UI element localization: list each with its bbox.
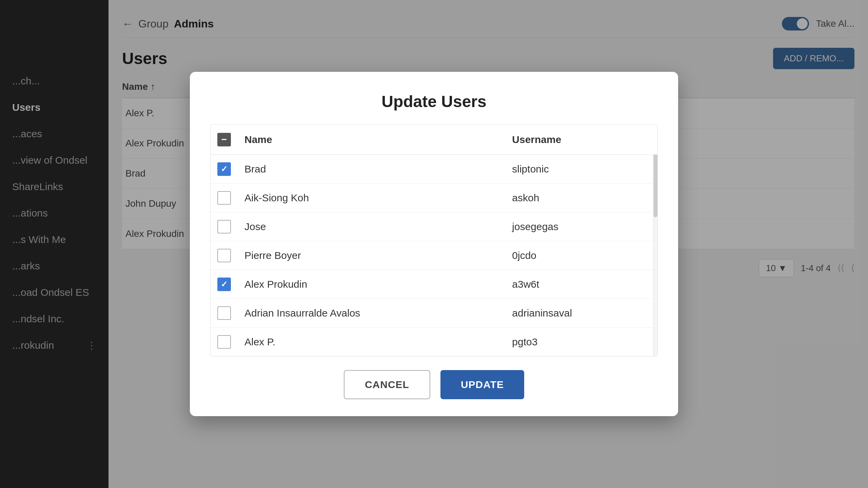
- username-cell: adrianinsaval: [505, 299, 657, 328]
- modal-footer: CANCEL UPDATE: [190, 370, 678, 399]
- user-checkbox[interactable]: [217, 191, 231, 205]
- checkbox-cell[interactable]: [211, 241, 238, 270]
- username-column-header: Username: [505, 125, 657, 155]
- user-checkbox[interactable]: ✓: [217, 162, 231, 176]
- checkbox-cell[interactable]: [211, 299, 238, 328]
- modal-table-container: − Name Username ✓BradsliptonicAik-Siong …: [210, 124, 658, 357]
- checkbox-cell[interactable]: [211, 184, 238, 212]
- table-row: Aik-Siong Kohaskoh: [211, 184, 657, 212]
- check-icon: ✓: [221, 280, 228, 288]
- username-cell: a3w6t: [505, 270, 657, 299]
- cancel-button[interactable]: CANCEL: [344, 370, 430, 399]
- user-name-cell: Brad: [238, 155, 505, 184]
- table-row: ✓Alex Prokudina3w6t: [211, 270, 657, 299]
- check-icon: ✓: [221, 165, 228, 173]
- table-row: Pierre Boyer0jcdo: [211, 241, 657, 270]
- username-cell: 0jcdo: [505, 241, 657, 270]
- name-column-header: Name: [238, 125, 505, 155]
- users-table: − Name Username ✓BradsliptonicAik-Siong …: [211, 125, 657, 356]
- user-checkbox[interactable]: [217, 249, 231, 262]
- checkbox-cell[interactable]: ✓: [211, 155, 238, 184]
- user-name-cell: Pierre Boyer: [238, 241, 505, 270]
- select-all-checkbox[interactable]: −: [217, 133, 231, 146]
- header-checkbox-cell[interactable]: −: [211, 125, 238, 155]
- table-header-row: − Name Username: [211, 125, 657, 155]
- users-table-body: ✓BradsliptonicAik-Siong KohaskohJosejose…: [211, 155, 657, 357]
- checkbox-cell[interactable]: [211, 212, 238, 241]
- user-checkbox[interactable]: [217, 306, 231, 320]
- user-name-cell: Adrian Insaurralde Avalos: [238, 299, 505, 328]
- user-checkbox[interactable]: [217, 335, 231, 349]
- table-row: Alex P.pgto3: [211, 328, 657, 357]
- modal-overlay: Update Users − Name Username: [0, 0, 868, 488]
- user-checkbox[interactable]: ✓: [217, 278, 231, 291]
- checkbox-cell[interactable]: ✓: [211, 270, 238, 299]
- update-button[interactable]: UPDATE: [440, 370, 524, 399]
- scrollbar[interactable]: [653, 125, 657, 356]
- user-name-cell: Jose: [238, 212, 505, 241]
- user-checkbox[interactable]: [217, 220, 231, 233]
- username-cell: sliptonic: [505, 155, 657, 184]
- user-name-cell: Aik-Siong Koh: [238, 184, 505, 212]
- update-users-modal: Update Users − Name Username: [190, 72, 678, 416]
- username-cell: pgto3: [505, 328, 657, 357]
- table-row: ✓Bradsliptonic: [211, 155, 657, 184]
- modal-title: Update Users: [190, 92, 678, 111]
- username-cell: askoh: [505, 184, 657, 212]
- indeterminate-icon: −: [221, 135, 227, 144]
- username-cell: josegegas: [505, 212, 657, 241]
- user-name-cell: Alex P.: [238, 328, 505, 357]
- checkbox-cell[interactable]: [211, 328, 238, 357]
- user-name-cell: Alex Prokudin: [238, 270, 505, 299]
- table-row: Josejosegegas: [211, 212, 657, 241]
- modal-scroll-area[interactable]: − Name Username ✓BradsliptonicAik-Siong …: [211, 125, 657, 356]
- table-row: Adrian Insaurralde Avalosadrianinsaval: [211, 299, 657, 328]
